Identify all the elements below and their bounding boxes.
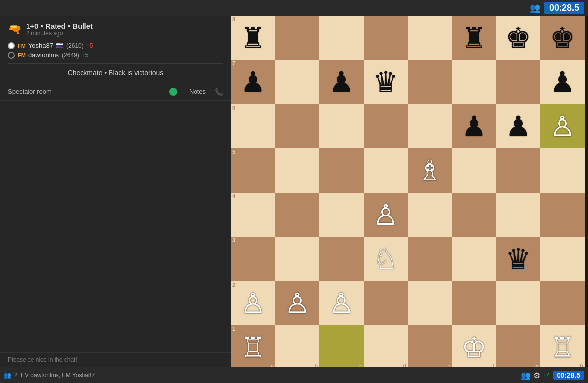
board-square[interactable] — [540, 148, 585, 193]
board-square[interactable] — [319, 193, 364, 237]
board-square[interactable]: ♟ — [496, 104, 540, 148]
game-header: 🔫 1+0 • Rated • Bullet 2 minutes ago — [8, 22, 223, 37]
board-square[interactable] — [319, 237, 364, 281]
notes-tab[interactable]: Notes — [185, 87, 210, 96]
board-square[interactable]: ♗ — [408, 148, 452, 193]
game-title: 1+0 • Rated • Bullet — [26, 22, 93, 30]
board-square[interactable]: 8♜ — [231, 16, 275, 60]
board-square[interactable] — [319, 104, 364, 148]
board-square[interactable] — [275, 148, 319, 193]
board-square[interactable] — [275, 104, 319, 148]
board-square[interactable]: ♙ — [364, 193, 408, 237]
board-square[interactable]: ♙ — [540, 104, 585, 148]
board-square[interactable] — [496, 193, 540, 237]
board-square[interactable] — [408, 281, 452, 325]
chess-piece[interactable]: ♟ — [505, 112, 531, 141]
player1-name[interactable]: Yosha87 — [28, 42, 53, 49]
board-square[interactable] — [364, 104, 408, 148]
chess-piece[interactable]: ♙ — [373, 201, 398, 229]
board-square[interactable] — [275, 60, 319, 104]
board-square[interactable] — [408, 60, 452, 104]
board-container: 8♜♜♚♚7♟♟♛♟6♟♟♙5♗4♙3♘♛2♙♙♙1a♖bcdef♔gh♖ — [231, 16, 588, 367]
board-square[interactable] — [496, 148, 540, 193]
board-square[interactable] — [319, 16, 364, 60]
board-square[interactable] — [364, 281, 408, 325]
chess-piece[interactable]: ♔ — [461, 333, 487, 362]
board-square[interactable] — [275, 16, 319, 60]
chat-hint: Please be nice in the chat! — [8, 356, 223, 363]
game-info: 🔫 1+0 • Rated • Bullet 2 minutes ago FM … — [0, 16, 231, 83]
chess-piece[interactable]: ♙ — [550, 112, 575, 141]
board-square[interactable]: ♛ — [496, 237, 540, 281]
board-square[interactable]: 4 — [231, 193, 275, 237]
chess-piece[interactable]: ♜ — [240, 24, 266, 52]
board-square[interactable]: h♖ — [540, 325, 585, 367]
board-square[interactable]: ♟ — [319, 60, 364, 104]
board-square[interactable] — [452, 281, 496, 325]
board-square[interactable] — [275, 237, 319, 281]
board-square[interactable] — [496, 281, 540, 325]
online-dot — [169, 88, 177, 96]
chess-piece[interactable]: ♜ — [461, 24, 487, 52]
board-square[interactable] — [319, 148, 364, 193]
chess-piece[interactable]: ♘ — [373, 245, 398, 273]
board-square[interactable] — [540, 237, 585, 281]
board-square[interactable] — [452, 60, 496, 104]
chess-piece[interactable]: ♙ — [240, 289, 266, 318]
board-square[interactable]: f♔ — [452, 325, 496, 367]
chess-piece[interactable]: ♙ — [329, 289, 354, 318]
rank-label: 8 — [232, 17, 235, 22]
chess-piece[interactable]: ♛ — [505, 245, 531, 273]
board-square[interactable]: 3 — [231, 237, 275, 281]
board-square[interactable]: e — [408, 325, 452, 367]
board-square[interactable] — [408, 237, 452, 281]
chess-piece[interactable]: ♟ — [329, 68, 354, 96]
chess-piece[interactable]: ♚ — [550, 24, 575, 52]
divider — [8, 63, 223, 64]
board-square[interactable]: 5 — [231, 148, 275, 193]
board-square[interactable]: ♚ — [540, 16, 585, 60]
board-square[interactable]: ♚ — [496, 16, 540, 60]
board-square[interactable]: g — [496, 325, 540, 367]
board-square[interactable] — [275, 193, 319, 237]
board-square[interactable]: ♙ — [319, 281, 364, 325]
board-square[interactable] — [408, 16, 452, 60]
phone-icon[interactable]: 📞 — [215, 88, 223, 96]
board-square[interactable]: c — [319, 325, 364, 367]
board-square[interactable]: 6 — [231, 104, 275, 148]
board-square[interactable]: ♛ — [364, 60, 408, 104]
player2-name[interactable]: dawtonlms — [28, 51, 59, 59]
board-square[interactable] — [496, 60, 540, 104]
chess-piece[interactable]: ♚ — [505, 24, 531, 52]
board-square[interactable] — [452, 237, 496, 281]
board-square[interactable]: ♙ — [275, 281, 319, 325]
board-square[interactable]: b — [275, 325, 319, 367]
board-square[interactable]: d — [364, 325, 408, 367]
chess-piece[interactable]: ♛ — [373, 68, 398, 96]
board-square[interactable]: ♘ — [364, 237, 408, 281]
board-square[interactable] — [364, 16, 408, 60]
board-square[interactable]: 1a♖ — [231, 325, 275, 367]
bottom-timer: 00:28.5 — [553, 371, 584, 380]
board-square[interactable]: 7♟ — [231, 60, 275, 104]
chess-piece[interactable]: ♖ — [550, 333, 575, 362]
board-square[interactable] — [540, 281, 585, 325]
board-square[interactable] — [452, 193, 496, 237]
chess-piece[interactable]: ♟ — [461, 112, 487, 141]
board-square[interactable] — [408, 193, 452, 237]
board-square[interactable]: ♟ — [540, 60, 585, 104]
board-square[interactable] — [408, 104, 452, 148]
board-square[interactable] — [452, 148, 496, 193]
board-square[interactable]: ♜ — [452, 16, 496, 60]
chess-piece[interactable]: ♟ — [550, 68, 575, 96]
chess-piece[interactable]: ♙ — [284, 289, 310, 318]
chess-piece[interactable]: ♟ — [240, 68, 266, 96]
chess-board: 8♜♜♚♚7♟♟♛♟6♟♟♙5♗4♙3♘♛2♙♙♙1a♖bcdef♔gh♖ — [231, 16, 588, 367]
bullet-icon: 🔫 — [8, 23, 21, 36]
board-square[interactable]: ♟ — [452, 104, 496, 148]
chess-piece[interactable]: ♖ — [240, 333, 266, 362]
board-square[interactable] — [540, 193, 585, 237]
chess-piece[interactable]: ♗ — [417, 156, 443, 185]
board-square[interactable] — [364, 148, 408, 193]
board-square[interactable]: 2♙ — [231, 281, 275, 325]
